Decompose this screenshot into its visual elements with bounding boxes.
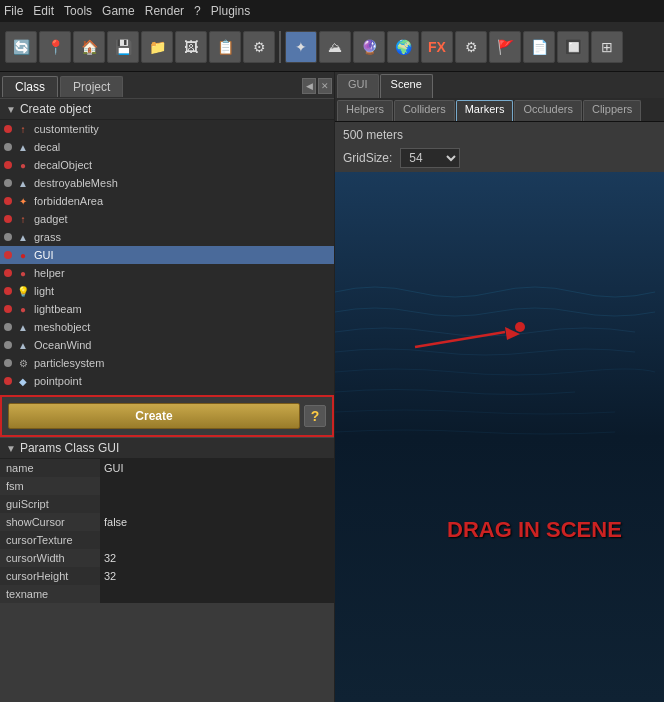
toolbar-btn-17[interactable]: 🔲 — [557, 31, 589, 63]
toolbar-btn-13[interactable]: FX — [421, 31, 453, 63]
list-item-gadget[interactable]: ↑ gadget — [0, 210, 334, 228]
dot — [4, 233, 12, 241]
params-row: cursorWidth 32 — [0, 549, 334, 567]
circle-icon: ● — [16, 266, 30, 280]
params-row: texname — [0, 585, 334, 603]
toolbar-btn-11[interactable]: 🔮 — [353, 31, 385, 63]
toolbar: 🔄 📍 🏠 💾 📁 🖼 📋 ⚙ ✦ ⛰ 🔮 🌍 FX ⚙ 🚩 📄 🔲 ⊞ — [0, 22, 664, 72]
param-value[interactable] — [100, 495, 334, 513]
create-button-area: Create ? — [0, 395, 334, 437]
toolbar-btn-6[interactable]: 🖼 — [175, 31, 207, 63]
toolbar-sep-1 — [279, 31, 281, 63]
sub-tab-occluders[interactable]: Occluders — [514, 100, 582, 121]
params-section-title: Params Class GUI — [20, 441, 119, 455]
item-name-decal: decal — [34, 141, 60, 153]
tab-project[interactable]: Project — [60, 76, 123, 97]
toolbar-btn-5[interactable]: 📁 — [141, 31, 173, 63]
params-section-header[interactable]: ▼ Params Class GUI — [0, 437, 334, 459]
item-name-particlesystem: particlesystem — [34, 357, 104, 369]
menu-game[interactable]: Game — [102, 4, 135, 18]
list-item-forbiddenarea[interactable]: ✦ forbiddenArea — [0, 192, 334, 210]
create-button[interactable]: Create — [8, 403, 300, 429]
create-object-arrow: ▼ — [6, 104, 16, 115]
help-button[interactable]: ? — [304, 405, 326, 427]
dot — [4, 161, 12, 169]
item-name-pointpoint: pointpoint — [34, 375, 82, 387]
param-key: name — [0, 459, 100, 477]
toolbar-btn-14[interactable]: ⚙ — [455, 31, 487, 63]
list-item-light[interactable]: 💡 light — [0, 282, 334, 300]
list-item-decal[interactable]: ▲ decal — [0, 138, 334, 156]
dot — [4, 197, 12, 205]
toolbar-btn-12[interactable]: 🌍 — [387, 31, 419, 63]
list-item-helper[interactable]: ● helper — [0, 264, 334, 282]
list-item-decalobject[interactable]: ● decalObject — [0, 156, 334, 174]
sub-tab-colliders[interactable]: Colliders — [394, 100, 455, 121]
toolbar-btn-1[interactable]: 🔄 — [5, 31, 37, 63]
item-name-grass: grass — [34, 231, 61, 243]
tab-scene[interactable]: Scene — [380, 74, 433, 98]
list-item-oceanwind[interactable]: ▲ OceanWind — [0, 336, 334, 354]
menu-edit[interactable]: Edit — [33, 4, 54, 18]
list-item-meshobject[interactable]: ▲ meshobject — [0, 318, 334, 336]
sub-tab-clippers[interactable]: Clippers — [583, 100, 641, 121]
dot — [4, 359, 12, 367]
toolbar-btn-8[interactable]: ⚙ — [243, 31, 275, 63]
toolbar-btn-7[interactable]: 📋 — [209, 31, 241, 63]
list-item-pointpoint[interactable]: ◆ pointpoint — [0, 372, 334, 390]
param-value[interactable] — [100, 477, 334, 495]
list-item-particlesystem[interactable]: ⚙ particlesystem — [0, 354, 334, 372]
toolbar-btn-16[interactable]: 📄 — [523, 31, 555, 63]
params-section: name GUI fsm guiScript showCursor false … — [0, 459, 334, 603]
toolbar-btn-10[interactable]: ⛰ — [319, 31, 351, 63]
toolbar-btn-15[interactable]: 🚩 — [489, 31, 521, 63]
params-row: name GUI — [0, 459, 334, 477]
tab-class[interactable]: Class — [2, 76, 58, 97]
svg-point-1 — [515, 322, 525, 332]
gridsize-select[interactable]: 54 108 27 — [400, 148, 460, 168]
menu-file[interactable]: File — [4, 4, 23, 18]
object-list[interactable]: ↑ customtentity ▲ decal ● decalObject ▲ … — [0, 120, 334, 395]
list-item-gui[interactable]: ● GUI — [0, 246, 334, 264]
list-item-lightbeam[interactable]: ● lightbeam — [0, 300, 334, 318]
param-value[interactable]: 32 — [100, 549, 334, 567]
item-name-destroyablemesh: destroyableMesh — [34, 177, 118, 189]
param-value[interactable] — [100, 531, 334, 549]
list-item-grass[interactable]: ▲ grass — [0, 228, 334, 246]
params-row: cursorTexture — [0, 531, 334, 549]
menu-help[interactable]: ? — [194, 4, 201, 18]
list-item-customtentity[interactable]: ↑ customtentity — [0, 120, 334, 138]
dot — [4, 125, 12, 133]
sub-tab-bar: Helpers Colliders Markers Occluders Clip… — [335, 98, 664, 122]
circle-icon: ● — [16, 302, 30, 316]
tab-prev-arrow[interactable]: ◀ — [302, 78, 316, 94]
object-list-area: ↑ customtentity ▲ decal ● decalObject ▲ … — [0, 120, 334, 395]
toolbar-btn-4[interactable]: 💾 — [107, 31, 139, 63]
item-name-gui: GUI — [34, 249, 54, 261]
menu-tools[interactable]: Tools — [64, 4, 92, 18]
param-value[interactable]: 32 — [100, 567, 334, 585]
sub-tab-helpers[interactable]: Helpers — [337, 100, 393, 121]
create-object-header[interactable]: ▼ Create object — [0, 98, 334, 120]
sub-tab-markers[interactable]: Markers — [456, 100, 514, 121]
toolbar-btn-9[interactable]: ✦ — [285, 31, 317, 63]
params-row: fsm — [0, 477, 334, 495]
toolbar-btn-18[interactable]: ⊞ — [591, 31, 623, 63]
gridsize-row: GridSize: 54 108 27 — [335, 144, 664, 172]
toolbar-btn-2[interactable]: 📍 — [39, 31, 71, 63]
menu-render[interactable]: Render — [145, 4, 184, 18]
gridsize-label: GridSize: — [343, 151, 392, 165]
menu-plugins[interactable]: Plugins — [211, 4, 250, 18]
item-name-meshobject: meshobject — [34, 321, 90, 333]
list-item-destroyablemesh[interactable]: ▲ destroyableMesh — [0, 174, 334, 192]
dot — [4, 305, 12, 313]
tab-close-btn[interactable]: ✕ — [318, 78, 332, 94]
tab-gui[interactable]: GUI — [337, 74, 379, 98]
param-key: guiScript — [0, 495, 100, 513]
param-value[interactable]: GUI — [100, 459, 334, 477]
left-panel: Class Project ◀ ✕ ▼ Create object ↑ cust… — [0, 72, 335, 702]
right-panel: GUI Scene Helpers Colliders Markers Occl… — [335, 72, 664, 702]
toolbar-btn-3[interactable]: 🏠 — [73, 31, 105, 63]
param-value[interactable]: false — [100, 513, 334, 531]
param-value[interactable] — [100, 585, 334, 603]
